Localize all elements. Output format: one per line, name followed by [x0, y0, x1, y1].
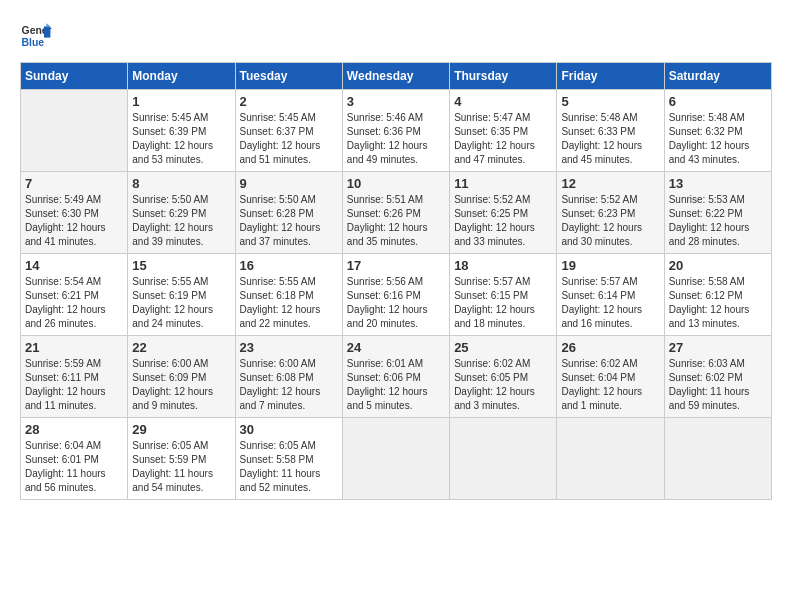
day-number: 7 [25, 176, 123, 191]
calendar-cell: 28Sunrise: 6:04 AM Sunset: 6:01 PM Dayli… [21, 418, 128, 500]
weekday-header: Saturday [664, 63, 771, 90]
calendar-cell [342, 418, 449, 500]
day-number: 12 [561, 176, 659, 191]
day-info: Sunrise: 5:53 AM Sunset: 6:22 PM Dayligh… [669, 193, 767, 249]
calendar-cell: 30Sunrise: 6:05 AM Sunset: 5:58 PM Dayli… [235, 418, 342, 500]
day-info: Sunrise: 5:57 AM Sunset: 6:15 PM Dayligh… [454, 275, 552, 331]
day-number: 22 [132, 340, 230, 355]
page-header: General Blue [20, 20, 772, 52]
day-info: Sunrise: 5:52 AM Sunset: 6:23 PM Dayligh… [561, 193, 659, 249]
calendar-cell: 19Sunrise: 5:57 AM Sunset: 6:14 PM Dayli… [557, 254, 664, 336]
day-number: 10 [347, 176, 445, 191]
logo: General Blue [20, 20, 52, 52]
day-number: 17 [347, 258, 445, 273]
weekday-header: Tuesday [235, 63, 342, 90]
calendar-cell: 11Sunrise: 5:52 AM Sunset: 6:25 PM Dayli… [450, 172, 557, 254]
day-number: 15 [132, 258, 230, 273]
day-number: 20 [669, 258, 767, 273]
day-number: 23 [240, 340, 338, 355]
calendar-cell: 27Sunrise: 6:03 AM Sunset: 6:02 PM Dayli… [664, 336, 771, 418]
day-number: 6 [669, 94, 767, 109]
calendar-cell [450, 418, 557, 500]
day-info: Sunrise: 5:48 AM Sunset: 6:33 PM Dayligh… [561, 111, 659, 167]
day-number: 4 [454, 94, 552, 109]
day-info: Sunrise: 5:49 AM Sunset: 6:30 PM Dayligh… [25, 193, 123, 249]
day-info: Sunrise: 5:51 AM Sunset: 6:26 PM Dayligh… [347, 193, 445, 249]
calendar-cell: 21Sunrise: 5:59 AM Sunset: 6:11 PM Dayli… [21, 336, 128, 418]
calendar-cell: 16Sunrise: 5:55 AM Sunset: 6:18 PM Dayli… [235, 254, 342, 336]
weekday-header: Monday [128, 63, 235, 90]
day-info: Sunrise: 5:45 AM Sunset: 6:39 PM Dayligh… [132, 111, 230, 167]
calendar-cell: 13Sunrise: 5:53 AM Sunset: 6:22 PM Dayli… [664, 172, 771, 254]
day-info: Sunrise: 5:59 AM Sunset: 6:11 PM Dayligh… [25, 357, 123, 413]
day-info: Sunrise: 5:56 AM Sunset: 6:16 PM Dayligh… [347, 275, 445, 331]
calendar-cell: 7Sunrise: 5:49 AM Sunset: 6:30 PM Daylig… [21, 172, 128, 254]
day-number: 5 [561, 94, 659, 109]
calendar-cell: 26Sunrise: 6:02 AM Sunset: 6:04 PM Dayli… [557, 336, 664, 418]
day-number: 11 [454, 176, 552, 191]
svg-text:Blue: Blue [22, 37, 45, 48]
day-info: Sunrise: 5:46 AM Sunset: 6:36 PM Dayligh… [347, 111, 445, 167]
day-number: 14 [25, 258, 123, 273]
day-info: Sunrise: 5:50 AM Sunset: 6:28 PM Dayligh… [240, 193, 338, 249]
calendar-cell: 22Sunrise: 6:00 AM Sunset: 6:09 PM Dayli… [128, 336, 235, 418]
day-number: 28 [25, 422, 123, 437]
day-number: 1 [132, 94, 230, 109]
calendar-cell: 29Sunrise: 6:05 AM Sunset: 5:59 PM Dayli… [128, 418, 235, 500]
day-number: 18 [454, 258, 552, 273]
weekday-header: Thursday [450, 63, 557, 90]
calendar-cell: 12Sunrise: 5:52 AM Sunset: 6:23 PM Dayli… [557, 172, 664, 254]
calendar-cell: 14Sunrise: 5:54 AM Sunset: 6:21 PM Dayli… [21, 254, 128, 336]
day-info: Sunrise: 5:58 AM Sunset: 6:12 PM Dayligh… [669, 275, 767, 331]
day-number: 9 [240, 176, 338, 191]
day-info: Sunrise: 5:48 AM Sunset: 6:32 PM Dayligh… [669, 111, 767, 167]
day-info: Sunrise: 5:50 AM Sunset: 6:29 PM Dayligh… [132, 193, 230, 249]
day-number: 16 [240, 258, 338, 273]
logo-icon: General Blue [20, 20, 52, 52]
day-info: Sunrise: 6:00 AM Sunset: 6:09 PM Dayligh… [132, 357, 230, 413]
calendar-cell: 25Sunrise: 6:02 AM Sunset: 6:05 PM Dayli… [450, 336, 557, 418]
calendar-cell: 6Sunrise: 5:48 AM Sunset: 6:32 PM Daylig… [664, 90, 771, 172]
day-number: 21 [25, 340, 123, 355]
calendar-cell: 8Sunrise: 5:50 AM Sunset: 6:29 PM Daylig… [128, 172, 235, 254]
calendar-cell: 9Sunrise: 5:50 AM Sunset: 6:28 PM Daylig… [235, 172, 342, 254]
weekday-header: Friday [557, 63, 664, 90]
day-number: 27 [669, 340, 767, 355]
day-info: Sunrise: 6:05 AM Sunset: 5:59 PM Dayligh… [132, 439, 230, 495]
calendar-cell: 23Sunrise: 6:00 AM Sunset: 6:08 PM Dayli… [235, 336, 342, 418]
day-info: Sunrise: 6:03 AM Sunset: 6:02 PM Dayligh… [669, 357, 767, 413]
calendar-cell: 4Sunrise: 5:47 AM Sunset: 6:35 PM Daylig… [450, 90, 557, 172]
calendar-cell: 20Sunrise: 5:58 AM Sunset: 6:12 PM Dayli… [664, 254, 771, 336]
calendar-header: SundayMondayTuesdayWednesdayThursdayFrid… [21, 63, 772, 90]
day-info: Sunrise: 5:55 AM Sunset: 6:18 PM Dayligh… [240, 275, 338, 331]
day-info: Sunrise: 6:02 AM Sunset: 6:04 PM Dayligh… [561, 357, 659, 413]
day-number: 19 [561, 258, 659, 273]
day-number: 13 [669, 176, 767, 191]
calendar-cell: 15Sunrise: 5:55 AM Sunset: 6:19 PM Dayli… [128, 254, 235, 336]
calendar-cell: 5Sunrise: 5:48 AM Sunset: 6:33 PM Daylig… [557, 90, 664, 172]
day-info: Sunrise: 5:54 AM Sunset: 6:21 PM Dayligh… [25, 275, 123, 331]
day-info: Sunrise: 6:04 AM Sunset: 6:01 PM Dayligh… [25, 439, 123, 495]
svg-marker-2 [44, 26, 50, 37]
day-number: 25 [454, 340, 552, 355]
day-number: 30 [240, 422, 338, 437]
calendar-cell: 18Sunrise: 5:57 AM Sunset: 6:15 PM Dayli… [450, 254, 557, 336]
calendar-cell: 3Sunrise: 5:46 AM Sunset: 6:36 PM Daylig… [342, 90, 449, 172]
calendar-cell: 17Sunrise: 5:56 AM Sunset: 6:16 PM Dayli… [342, 254, 449, 336]
calendar-cell: 10Sunrise: 5:51 AM Sunset: 6:26 PM Dayli… [342, 172, 449, 254]
day-number: 29 [132, 422, 230, 437]
day-info: Sunrise: 6:00 AM Sunset: 6:08 PM Dayligh… [240, 357, 338, 413]
day-info: Sunrise: 5:47 AM Sunset: 6:35 PM Dayligh… [454, 111, 552, 167]
calendar-table: SundayMondayTuesdayWednesdayThursdayFrid… [20, 62, 772, 500]
calendar-cell: 2Sunrise: 5:45 AM Sunset: 6:37 PM Daylig… [235, 90, 342, 172]
day-number: 26 [561, 340, 659, 355]
day-info: Sunrise: 5:55 AM Sunset: 6:19 PM Dayligh… [132, 275, 230, 331]
weekday-header: Sunday [21, 63, 128, 90]
day-info: Sunrise: 5:52 AM Sunset: 6:25 PM Dayligh… [454, 193, 552, 249]
calendar-cell: 1Sunrise: 5:45 AM Sunset: 6:39 PM Daylig… [128, 90, 235, 172]
day-number: 3 [347, 94, 445, 109]
calendar-cell [557, 418, 664, 500]
day-number: 2 [240, 94, 338, 109]
calendar-cell [664, 418, 771, 500]
day-info: Sunrise: 6:01 AM Sunset: 6:06 PM Dayligh… [347, 357, 445, 413]
